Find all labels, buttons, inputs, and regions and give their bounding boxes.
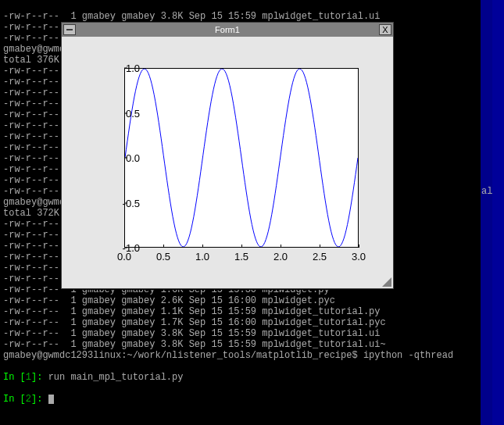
- close-button[interactable]: X: [379, 24, 391, 35]
- window-body: -1.0-0.50.00.51.00.00.51.01.52.02.53.0: [62, 37, 393, 288]
- desktop-background-strip: [492, 0, 504, 425]
- resize-grip-icon[interactable]: [382, 277, 391, 287]
- x-tick-label: 0.0: [117, 251, 131, 262]
- x-tick-label: 2.0: [273, 251, 288, 262]
- window-menu-icon[interactable]: [63, 24, 76, 35]
- x-tick-label: 1.0: [195, 251, 209, 262]
- app-window: Form1 X -1.0-0.50.00.51.00.00.51.01.52.0…: [61, 22, 394, 289]
- terminal-cursor: [48, 395, 54, 404]
- x-tick-label: 0.5: [156, 251, 170, 262]
- plot-figure: -1.0-0.50.00.51.00.00.51.01.52.02.53.0: [77, 52, 377, 273]
- x-tick-label: 1.5: [234, 251, 248, 262]
- window-titlebar[interactable]: Form1 X: [62, 23, 393, 37]
- plot-axes: [124, 68, 359, 248]
- x-tick-label: 3.0: [352, 251, 366, 262]
- plot-line: [125, 69, 358, 247]
- window-title: Form1: [77, 25, 377, 34]
- x-tick-label: 2.5: [313, 251, 327, 262]
